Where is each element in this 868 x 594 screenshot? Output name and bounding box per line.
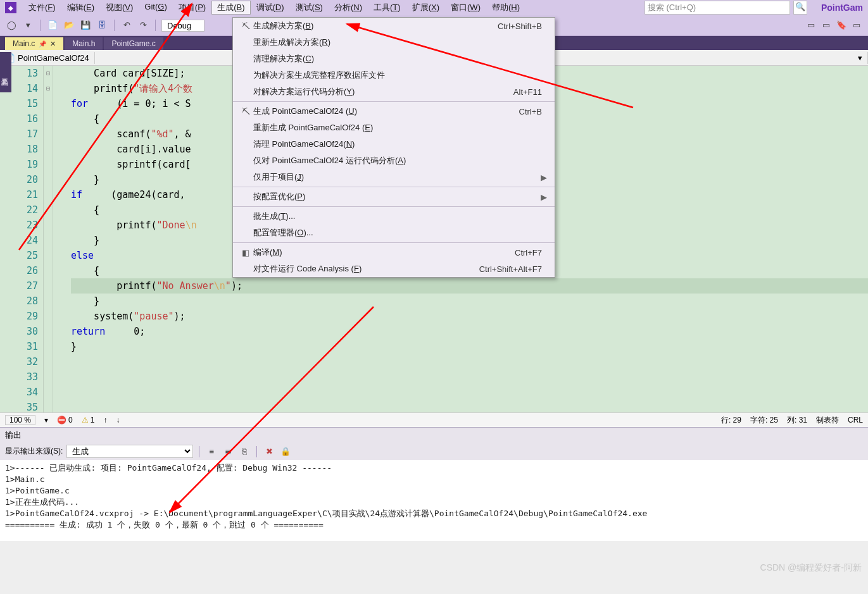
menu-x[interactable]: 扩展(X): [406, 1, 445, 15]
menu-e[interactable]: 编辑(E): [61, 1, 100, 15]
tab-PointGame-c[interactable]: PointGame.c: [104, 37, 163, 50]
output-panel-title: 输出: [0, 427, 868, 443]
status-char: 字符: 25: [750, 415, 778, 426]
search-button[interactable]: 🔍: [793, 1, 807, 15]
config-combo[interactable]: Debug: [161, 20, 204, 32]
menu-d[interactable]: 调试(D): [251, 1, 290, 15]
menu-h[interactable]: 帮助(H): [486, 1, 525, 15]
menu-item[interactable]: 按配置优化(P)▶: [233, 189, 555, 205]
undo-icon[interactable]: ↶: [120, 19, 133, 32]
fwd-icon[interactable]: ▾: [22, 19, 34, 32]
error-count[interactable]: ⛔0: [57, 416, 73, 424]
menubar: ◆ 文件(F)编辑(E)视图(V)Git(G)项目(P)生成(B)调试(D)测试…: [0, 0, 868, 15]
tool-icon[interactable]: ▭: [820, 19, 833, 32]
zoom-level[interactable]: 100 %: [5, 415, 35, 425]
back-icon[interactable]: ◯: [5, 19, 18, 32]
status-tabs: 制表符: [816, 415, 839, 426]
tool-icon[interactable]: ▭: [850, 19, 863, 32]
open-icon[interactable]: 📂: [63, 19, 75, 32]
output-text[interactable]: 1>------ 已启动生成: 项目: PointGameCalOf24, 配置…: [0, 460, 868, 541]
nav-next-icon[interactable]: ↓: [116, 416, 120, 424]
menu-v[interactable]: 视图(V): [100, 1, 139, 15]
tool-icon[interactable]: ▭: [805, 19, 817, 32]
menu-item[interactable]: 为解决方案生成完整程序数据库文件: [233, 67, 555, 84]
menu-f[interactable]: 文件(F): [23, 1, 61, 15]
menu-item[interactable]: ⛏生成 PointGameCalOf24 (U)Ctrl+B: [233, 103, 555, 120]
project-name: PointGam: [821, 3, 863, 13]
menu-item[interactable]: 重新生成 PointGameCalOf24 (E): [233, 120, 555, 136]
vs-logo-icon: ◆: [5, 2, 16, 13]
menu-p[interactable]: 项目(P): [173, 1, 211, 15]
output-source-label: 显示输出来源(S):: [5, 446, 63, 457]
warning-count[interactable]: ⚠1: [82, 416, 95, 424]
menu-item[interactable]: 对解决方案运行代码分析(Y)Alt+F11: [233, 84, 555, 100]
fold-column[interactable]: ⊟⊟: [44, 66, 53, 412]
menu-item[interactable]: ◧编译(M)Ctrl+F7: [233, 244, 555, 261]
menu-item[interactable]: 清理解决方案(C): [233, 51, 555, 67]
menu-g[interactable]: Git(G): [139, 1, 172, 15]
menu-item[interactable]: 配置管理器(O)...: [233, 225, 555, 241]
search-input[interactable]: 搜索 (Ctrl+Q): [645, 1, 790, 15]
tab-Main-h[interactable]: Main.h: [65, 37, 103, 50]
menu-item[interactable]: 仅对 PointGameCalOf24 运行代码分析(A): [233, 152, 555, 169]
menu-item[interactable]: ⛏生成解决方案(B)Ctrl+Shift+B: [233, 18, 555, 34]
output-tool-icon[interactable]: 🔒: [279, 445, 292, 458]
toolbox-tab[interactable]: 工具箱: [0, 52, 11, 92]
menu-item[interactable]: 批生成(T)...: [233, 208, 555, 225]
nav-prev-icon[interactable]: ↑: [103, 416, 107, 424]
menu-t[interactable]: 工具(T): [368, 1, 406, 15]
menu-n[interactable]: 分析(N): [329, 1, 368, 15]
output-tool-icon[interactable]: ≡: [205, 445, 218, 458]
menu-w[interactable]: 窗口(W): [445, 1, 486, 15]
saveall-icon[interactable]: 🗄: [96, 19, 108, 32]
redo-icon[interactable]: ↷: [137, 19, 149, 32]
output-toolbar: 显示输出来源(S): 生成 ≡ ≣ ⎘ ✖ 🔒: [0, 443, 868, 460]
output-source-select[interactable]: 生成: [66, 445, 193, 458]
editor-status-bar: 100 % ▾ ⛔0 ⚠1 ↑ ↓ 行: 29 字符: 25 列: 31 制表符…: [0, 412, 868, 427]
save-icon[interactable]: 💾: [79, 19, 92, 32]
menu-item[interactable]: 清理 PointGameCalOf24(N): [233, 136, 555, 152]
menu-item[interactable]: 重新生成解决方案(R): [233, 34, 555, 51]
output-tool-icon[interactable]: ≣: [222, 445, 234, 458]
build-menu-dropdown: ⛏生成解决方案(B)Ctrl+Shift+B重新生成解决方案(R)清理解决方案(…: [232, 17, 555, 278]
nav-scope[interactable]: 📄PointGameCalOf24: [0, 52, 95, 64]
line-gutter: 1314151617181920212223242526272829303132…: [0, 66, 44, 412]
new-icon[interactable]: 📄: [46, 19, 59, 32]
menu-b[interactable]: 生成(B): [211, 1, 250, 15]
output-tool-icon[interactable]: ⎘: [238, 445, 251, 458]
menu-item[interactable]: 对文件运行 Code Analysis (F)Ctrl+Shift+Alt+F7: [233, 261, 555, 277]
status-col: 列: 31: [787, 415, 807, 426]
bookmark-icon[interactable]: 🔖: [835, 19, 848, 32]
menu-item[interactable]: 仅用于项目(J)▶: [233, 169, 555, 185]
menu-s[interactable]: 测试(S): [290, 1, 329, 15]
tab-Main-c[interactable]: Main.c📌✕: [5, 37, 63, 50]
status-crlf: CRL: [848, 416, 863, 424]
output-clear-icon[interactable]: ✖: [263, 445, 275, 458]
status-line: 行: 29: [721, 415, 741, 426]
